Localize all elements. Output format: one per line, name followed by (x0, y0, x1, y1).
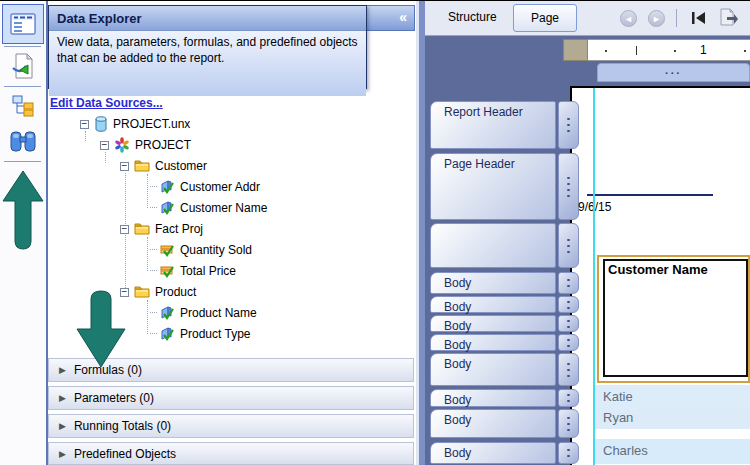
universe-file-icon (94, 116, 108, 132)
tree-item-label: Product Type (180, 327, 251, 341)
first-page-button[interactable] (690, 10, 708, 26)
dimension-icon (160, 180, 175, 195)
report-icon (11, 53, 35, 80)
tree-connector (150, 270, 157, 272)
report-section-page-header[interactable]: Page Header (430, 153, 556, 220)
report-section-body[interactable]: Body (430, 334, 556, 351)
tree-item-folder-fact-proj[interactable]: − Fact Proj (120, 220, 203, 238)
report-section-body[interactable]: Body (430, 315, 556, 332)
guideline[interactable] (593, 88, 595, 465)
tree-item-field[interactable]: Customer Addr (150, 178, 260, 196)
report-button[interactable] (8, 51, 38, 81)
data-explorer-tooltip: Data Explorer View data, parameters, for… (48, 5, 367, 89)
tree-item-label: Customer (155, 159, 207, 173)
horizontal-ruler: 1 (588, 39, 750, 61)
selected-field-object[interactable]: Customer Name (603, 259, 748, 377)
section-predefined-objects[interactable]: ▶ Predefined Objects (48, 442, 414, 465)
section-parameters[interactable]: ▶ Parameters (0) (48, 386, 414, 410)
tree-connector (147, 237, 149, 271)
grip-dots-icon (565, 318, 572, 330)
data-explorer-button[interactable] (2, 4, 44, 44)
annotation-arrow-up (1, 169, 45, 253)
dimension-icon (160, 306, 175, 321)
toolbar-separator (4, 86, 41, 87)
report-section-body[interactable]: Body (430, 442, 556, 464)
tree-item-field[interactable]: Total Price (150, 262, 236, 280)
tree-item-folder-customer[interactable]: − Customer (120, 157, 207, 175)
find-button[interactable] (8, 125, 38, 157)
tree-item-label: Product (155, 285, 196, 299)
collapse-toggle-icon[interactable]: − (80, 120, 89, 129)
tab-structure[interactable]: Structure (448, 10, 497, 24)
report-section-label: Body (444, 446, 471, 460)
tree-connector (150, 312, 157, 314)
section-drag-handle[interactable] (558, 272, 579, 294)
edit-data-sources-link[interactable]: Edit Data Sources... (50, 96, 163, 110)
tree-item-field[interactable]: Customer Name (150, 199, 267, 217)
report-section-label: Body (444, 319, 471, 333)
section-drag-handle[interactable] (558, 353, 579, 386)
tree-item-label: Quantity Sold (180, 243, 252, 257)
tree-connector (150, 333, 157, 335)
section-drag-handle[interactable] (558, 153, 579, 220)
collapse-toggle-icon[interactable]: − (120, 162, 129, 171)
report-section-report-header[interactable]: Report Header (430, 101, 556, 149)
ruler-origin-box (563, 39, 588, 61)
ruler-tick (636, 46, 637, 55)
measure-icon (160, 243, 175, 258)
tree-item-field[interactable]: Quantity Sold (150, 241, 252, 259)
tree-item-label: Product Name (180, 306, 257, 320)
collapse-toggle-icon[interactable]: − (100, 141, 109, 150)
collapse-toggle-icon[interactable]: − (120, 225, 129, 234)
section-drag-handle[interactable] (558, 315, 579, 332)
section-drag-handle[interactable] (558, 442, 579, 464)
tree-connector (147, 300, 149, 334)
data-row[interactable]: Charles (595, 439, 750, 464)
expander-arrow-icon: ▶ (59, 421, 66, 431)
section-running-totals[interactable]: ▶ Running Totals (0) (48, 414, 414, 438)
section-drag-handle[interactable] (558, 334, 579, 351)
line-object[interactable] (587, 194, 713, 196)
forward-button[interactable]: ► (648, 10, 665, 27)
report-section-body[interactable]: Body (430, 296, 556, 313)
grip-dots-icon (565, 277, 572, 289)
tree-item-field[interactable]: Product Name (150, 304, 257, 322)
section-drag-handle[interactable] (558, 389, 579, 407)
forward-icon: ► (652, 14, 661, 24)
report-section-body[interactable]: Body (430, 409, 556, 438)
report-section-body[interactable]: Body (430, 389, 556, 407)
data-row[interactable]: Ryan (595, 409, 750, 429)
tree-connector (150, 186, 157, 188)
section-drag-handle[interactable] (558, 409, 579, 438)
page-splitter-handle[interactable]: ··· (597, 63, 750, 82)
back-button[interactable]: ◄ (620, 10, 637, 27)
tree-item-universe[interactable]: − PROJECT (100, 136, 191, 154)
tree-item-folder-product[interactable]: − Product (120, 283, 196, 301)
collapse-panel-icon[interactable]: « (399, 9, 407, 25)
tree-item-label: Customer Addr (180, 180, 260, 194)
folder-icon (134, 285, 150, 299)
report-section-label: Page Header (444, 157, 515, 171)
page-transition-button[interactable] (717, 8, 741, 28)
data-row[interactable]: Katie (595, 385, 750, 409)
group-tree-button[interactable] (8, 91, 38, 121)
expander-arrow-icon: ▶ (59, 449, 66, 459)
report-section-label: Body (444, 357, 471, 371)
section-drag-handle[interactable] (558, 223, 579, 268)
group-tree-icon (11, 94, 35, 118)
section-drag-handle[interactable] (558, 101, 579, 149)
toolbar-separator (676, 9, 677, 27)
report-section-body[interactable]: Body (430, 353, 556, 386)
expander-arrow-icon: ▶ (59, 365, 66, 375)
tree-connector (150, 249, 157, 251)
tree-item-universe-file[interactable]: − PROJECT.unx (80, 115, 190, 133)
grip-dots-icon (565, 361, 572, 379)
grip-dots-icon (565, 415, 572, 433)
report-section-body[interactable]: Body (430, 272, 556, 294)
grip-dots-icon (565, 116, 572, 134)
section-drag-handle[interactable] (558, 296, 579, 313)
tree-item-field[interactable]: Product Type (150, 325, 251, 343)
report-section-unlabeled[interactable] (430, 223, 556, 268)
dimension-icon (160, 327, 175, 342)
tab-page[interactable]: Page (513, 4, 577, 32)
